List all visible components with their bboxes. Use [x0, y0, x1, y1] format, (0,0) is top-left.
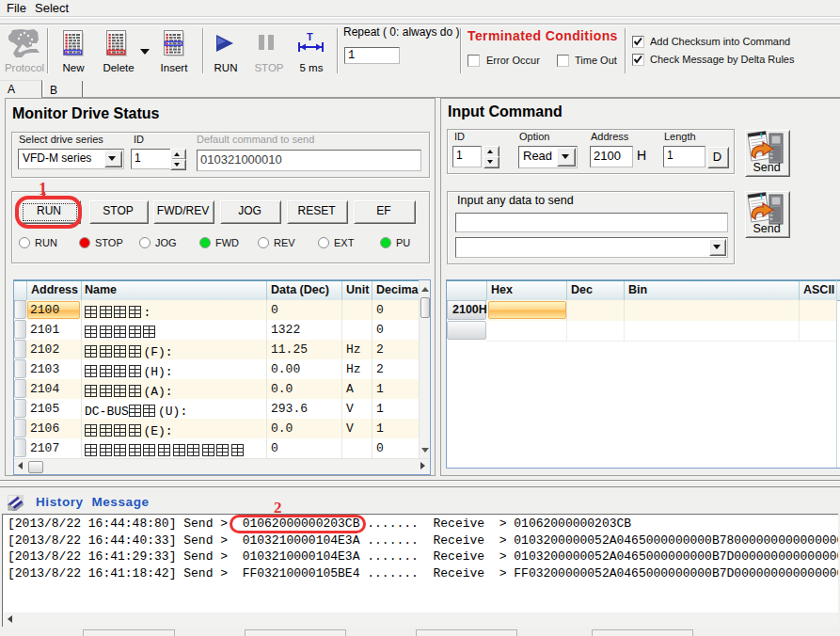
svg-text:T: T: [307, 31, 313, 42]
